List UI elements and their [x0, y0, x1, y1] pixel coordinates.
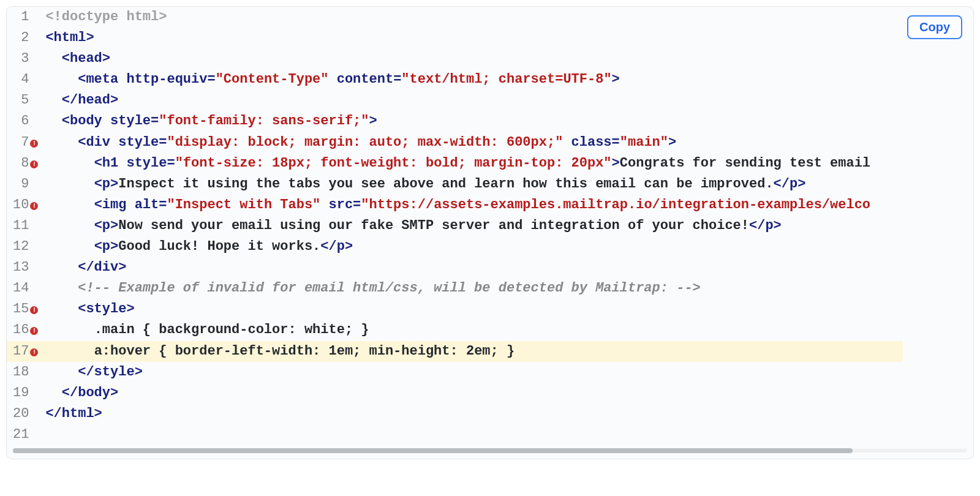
line-number: 15: [7, 299, 30, 320]
code-content[interactable]: <body style="font-family: sans-serif;">: [42, 111, 903, 132]
code-line[interactable]: 19 </body>: [7, 383, 903, 404]
code-content[interactable]: a:hover { border-left-width: 1em; min-he…: [42, 341, 903, 362]
indent: [45, 51, 61, 66]
code-content[interactable]: <html>: [42, 28, 903, 48]
code-content[interactable]: <head>: [42, 48, 903, 69]
scrollbar-thumb[interactable]: [13, 448, 853, 453]
error-marker-cell: !: [30, 341, 42, 362]
line-number: 1: [7, 7, 30, 28]
error-marker-cell: [30, 7, 42, 28]
code-line[interactable]: 11 <p>Now send your email using our fake…: [7, 216, 903, 236]
error-icon[interactable]: !: [30, 348, 38, 356]
indent: [45, 156, 94, 171]
indent: [45, 322, 94, 337]
line-number: 3: [7, 48, 30, 69]
code-content[interactable]: <p>Good luck! Hope it works.</p>: [42, 236, 903, 257]
code-content[interactable]: <!-- Example of invalid for email html/c…: [42, 278, 903, 299]
indent: [45, 364, 78, 380]
code-content[interactable]: <p>Inspect it using the tabs you see abo…: [42, 174, 903, 195]
code-line[interactable]: 20</html>: [7, 404, 903, 424]
indent: [45, 72, 78, 87]
code-line[interactable]: 8! <h1 style="font-size: 18px; font-weig…: [7, 153, 903, 174]
line-number: 17: [7, 341, 30, 362]
token: a:hover { border-left-width: 1em; min-he…: [94, 344, 515, 359]
code-content[interactable]: [42, 424, 903, 445]
code-content[interactable]: <h1 style="font-size: 18px; font-weight:…: [42, 153, 903, 174]
code-line[interactable]: 5 </head>: [7, 90, 903, 111]
code-content[interactable]: <div style="display: block; margin: auto…: [42, 132, 903, 153]
code-line[interactable]: 18 </style>: [7, 362, 903, 383]
token: .main { background-color: white; }: [94, 322, 369, 337]
code-line[interactable]: 15! <style>: [7, 299, 903, 320]
token: "Inspect with Tabs": [167, 197, 320, 212]
code-content[interactable]: <meta http-equiv="Content-Type" content=…: [42, 69, 903, 90]
code-line[interactable]: 14 <!-- Example of invalid for email htm…: [7, 278, 903, 299]
token: >: [369, 113, 377, 129]
code-line[interactable]: 13 </div>: [7, 257, 903, 278]
error-marker-cell: [30, 28, 42, 48]
code-content[interactable]: <style>: [42, 299, 903, 320]
line-number: 12: [7, 236, 30, 257]
code-content[interactable]: </style>: [42, 362, 903, 383]
code-table: 1<!doctype html>2<html>3 <head>4 <meta h…: [7, 7, 903, 445]
error-icon[interactable]: !: [30, 327, 38, 335]
code-content[interactable]: .main { background-color: white; }: [42, 320, 903, 340]
token: >: [612, 72, 620, 87]
code-line[interactable]: 16! .main { background-color: white; }: [7, 320, 903, 340]
code-line[interactable]: 9 <p>Inspect it using the tabs you see a…: [7, 174, 903, 195]
token: <div: [78, 135, 110, 150]
code-line[interactable]: 6 <body style="font-family: sans-serif;"…: [7, 111, 903, 132]
error-marker-cell: [30, 278, 42, 299]
error-marker-cell: [30, 111, 42, 132]
indent: [45, 280, 78, 296]
token: http-equiv=: [118, 72, 215, 87]
code-content[interactable]: </body>: [42, 383, 903, 404]
line-number: 19: [7, 383, 30, 404]
code-content[interactable]: <p>Now send your email using our fake SM…: [42, 216, 903, 236]
token: Now send your email using our fake SMTP …: [118, 218, 749, 233]
code-line[interactable]: 3 <head>: [7, 48, 903, 69]
code-line[interactable]: 4 <meta http-equiv="Content-Type" conten…: [7, 69, 903, 90]
code-line[interactable]: 21: [7, 424, 903, 445]
code-line[interactable]: 2<html>: [7, 28, 903, 48]
code-content[interactable]: <img alt="Inspect with Tabs" src="https:…: [42, 195, 903, 216]
code-line[interactable]: 7! <div style="display: block; margin: a…: [7, 132, 903, 153]
horizontal-scrollbar[interactable]: [13, 448, 967, 454]
error-icon[interactable]: !: [30, 160, 38, 168]
token: </p>: [749, 218, 782, 233]
token: </p>: [774, 176, 806, 192]
line-number: 16: [7, 320, 30, 340]
code-line[interactable]: 1<!doctype html>: [7, 7, 903, 28]
token: <h1: [94, 156, 119, 171]
token: <head>: [62, 51, 110, 66]
token: style=: [110, 135, 167, 150]
token: <body: [62, 113, 102, 129]
indent: [45, 239, 94, 254]
copy-button[interactable]: Copy: [907, 15, 962, 39]
error-icon[interactable]: !: [30, 140, 38, 148]
code-line[interactable]: 10! <img alt="Inspect with Tabs" src="ht…: [7, 195, 903, 216]
line-number: 6: [7, 111, 30, 132]
code-scroll-area[interactable]: 1<!doctype html>2<html>3 <head>4 <meta h…: [7, 7, 973, 445]
error-marker-cell: [30, 362, 42, 383]
error-marker-cell: !: [30, 153, 42, 174]
error-icon[interactable]: !: [30, 306, 38, 314]
token: <!-- Example of invalid for email html/c…: [78, 280, 701, 296]
indent: [45, 301, 78, 317]
code-content[interactable]: </html>: [42, 404, 903, 424]
error-marker-cell: !: [30, 320, 42, 340]
error-icon[interactable]: !: [30, 202, 38, 210]
token: "main": [620, 135, 668, 150]
code-line[interactable]: 17! a:hover { border-left-width: 1em; mi…: [7, 341, 903, 362]
error-marker-cell: !: [30, 299, 42, 320]
error-marker-cell: [30, 236, 42, 257]
error-marker-cell: [30, 69, 42, 90]
token: </div>: [78, 260, 126, 275]
token: </p>: [320, 239, 353, 254]
code-line[interactable]: 12 <p>Good luck! Hope it works.</p>: [7, 236, 903, 257]
code-content[interactable]: </div>: [42, 257, 903, 278]
token: >: [612, 156, 620, 171]
code-content[interactable]: </head>: [42, 90, 903, 111]
code-content[interactable]: <!doctype html>: [42, 7, 903, 28]
token: src=: [320, 197, 361, 212]
